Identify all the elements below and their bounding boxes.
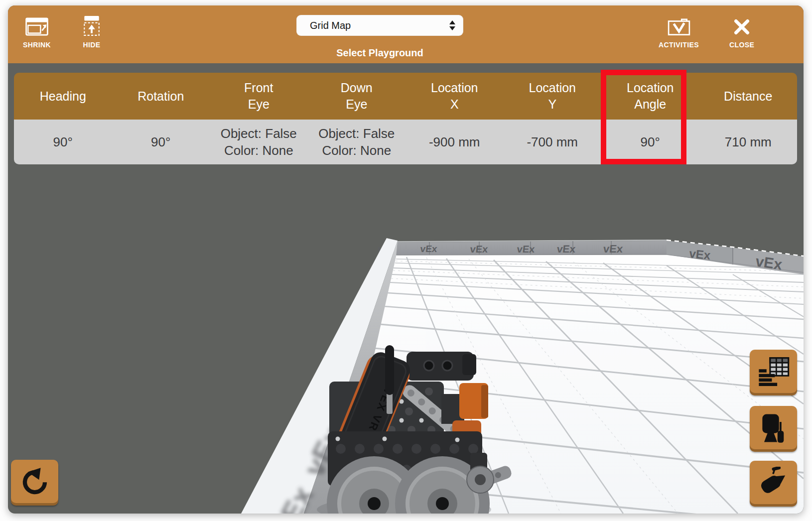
playground-window: vEx vEx vEx vEx vEx vEx vEx vEx (8, 5, 804, 514)
value-cell-heading: 90° (14, 120, 112, 164)
sensor-table-value-row: 90° 90° Object: FalseColor: None Object:… (14, 120, 797, 164)
activities-icon (667, 14, 691, 36)
header-cell-location-x: LocationX (406, 73, 504, 120)
close-icon (732, 14, 751, 36)
value-cell-location-angle: 90° (601, 120, 699, 164)
robot-pen-icon (758, 412, 789, 445)
vex-wall-logo: vEx (470, 244, 489, 255)
vex-wall-logo: vEx (556, 243, 576, 255)
robot-pen-button[interactable] (750, 406, 797, 452)
dashboard-toggle-button[interactable] (750, 350, 797, 395)
close-button[interactable]: CLOSE (729, 14, 754, 49)
playground-select-value: Grid Map (310, 20, 351, 31)
vex-wall-logo: vEx (603, 243, 624, 255)
vex-wall-logo: vEx (517, 244, 536, 255)
select-spinner-icon (449, 20, 455, 30)
close-label: CLOSE (729, 41, 754, 49)
playground-select[interactable]: Grid Map (296, 15, 463, 36)
shrink-window-icon (25, 14, 48, 36)
header-cell-location-angle: LocationAngle (601, 73, 699, 120)
select-playground-caption: Select Playground (296, 47, 463, 59)
header-cell-rotation: Rotation (112, 73, 210, 120)
activities-label: ACTIVITIES (659, 41, 699, 49)
value-cell-location-x: -900 mm (406, 120, 504, 164)
value-cell-distance: 710 mm (699, 120, 798, 164)
value-cell-down-eye: Object: FalseColor: None (308, 120, 406, 164)
hide-window-icon (83, 14, 101, 36)
header-cell-location-y: LocationY (504, 73, 602, 120)
header-cell-down-eye: DownEye (308, 73, 406, 120)
reset-rotate-icon (19, 466, 50, 499)
value-cell-rotation: 90° (112, 120, 210, 164)
header-cell-front-eye: FrontEye (210, 73, 308, 120)
sensor-dashboard-table: Heading Rotation FrontEye DownEye Locati… (14, 73, 797, 164)
shrink-label: SHRINK (23, 41, 51, 49)
camera-icon (758, 467, 790, 501)
topbar: SHRINK HIDE Grid Map Select Playground (8, 5, 804, 63)
vex-wall-logo: vEx (688, 247, 711, 262)
header-cell-distance: Distance (699, 73, 798, 120)
camera-view-button[interactable] (750, 461, 797, 507)
value-cell-location-y: -700 mm (504, 120, 602, 164)
back-wall: vEx vEx vEx vEx vEx vEx (378, 240, 667, 255)
sensor-table-header-row: Heading Rotation FrontEye DownEye Locati… (14, 73, 797, 120)
reset-button[interactable] (11, 460, 58, 506)
dashboard-data-icon (758, 357, 790, 389)
hide-label: HIDE (83, 41, 100, 49)
header-cell-heading: Heading (14, 73, 112, 120)
value-cell-front-eye: Object: FalseColor: None (210, 120, 308, 164)
shrink-button[interactable]: SHRINK (23, 14, 51, 49)
activities-button[interactable]: ACTIVITIES (659, 14, 699, 49)
hide-button[interactable]: HIDE (83, 14, 101, 49)
vex-wall-logo: vEx (420, 244, 438, 254)
